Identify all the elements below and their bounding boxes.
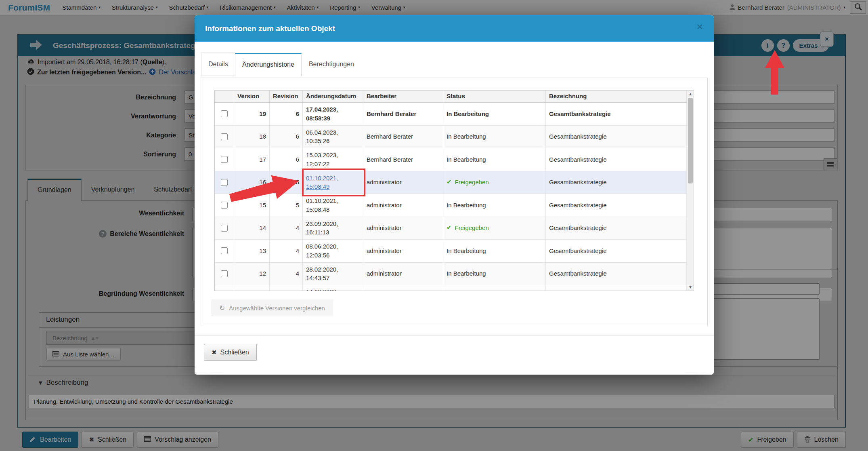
cell-status: In Bearbeitung [443,240,546,263]
cell-revision: 5 [270,194,303,217]
cell-version: 18 [234,126,270,149]
cell-status: In Bearbeitung [443,194,546,217]
table-row: 19 6 17.04.2023, 08:58:39 Bernhard Berat… [215,103,687,126]
modal-header: Informationen zum aktuellen Objekt × [195,15,714,42]
cell-editor: administrator [363,171,443,194]
cell-date: 28.02.2020, 14:43:57 [303,263,363,286]
table-row: 15 5 01.10.2021, 15:08:48 administrator … [215,194,687,217]
column-header[interactable]: Änderungsdatum [303,91,363,103]
cell-name: Gesamtbankstrategie [546,263,687,286]
cell-editor: administrator [363,194,443,217]
cell-date: 08.06.2020, 12:03:56 [303,240,363,263]
cell-date: 15.03.2023, 12:07:22 [303,148,363,171]
cell-date: 23.09.2020, 16:11:13 [303,217,363,240]
row-checkbox[interactable] [221,247,228,254]
table-row: 12 4 28.02.2020, 14:43:57 administrator … [215,263,687,286]
table-row-partial: 14.02.2020, [215,285,687,291]
application-screen: ForumISM Stammdaten ▾ Strukturanalyse ▾ … [0,0,868,451]
scroll-down-icon[interactable]: ▼ [687,285,694,289]
cell-editor: administrator [363,240,443,263]
cell-date: 17.04.2023, 08:58:39 [303,103,363,126]
cell-status: ✔Freigegeben [443,217,546,240]
cell-status: In Bearbeitung [443,148,546,171]
status-text: In Bearbeitung [447,201,486,210]
cell-editor: Bernhard Berater [363,103,443,126]
revision-date-link[interactable]: 01.10.2021, 15:08:49 [306,174,360,192]
status-approved: ✔Freigegeben [447,178,489,187]
cell-name: Gesamtbankstrategie [546,171,687,194]
cell-version: 14 [234,217,270,240]
status-text: In Bearbeitung [447,132,486,141]
cell-name: Gesamtbankstrategie [546,103,687,126]
status-text: In Bearbeitung [447,110,489,118]
modal-footer: ✖ Schließen [195,335,714,375]
table-scrollbar[interactable]: ▲ ▼ [687,91,694,291]
row-checkbox[interactable] [221,133,228,140]
cell-version: 13 [234,240,270,263]
cell-version: 17 [234,148,270,171]
modal-tab-berechtigungen[interactable]: Berechtigungen [302,53,361,76]
cell-revision: 4 [270,240,303,263]
status-text: In Bearbeitung [447,247,486,255]
compare-versions-button[interactable]: ↻ Ausgewählte Versionen vergleichen [211,299,333,316]
cell-name: Gesamtbankstrategie [546,194,687,217]
object-info-modal: Informationen zum aktuellen Objekt × Det… [195,15,714,375]
cell-status: In Bearbeitung [443,103,546,126]
cell-version: 19 [234,103,270,126]
cell-revision: 6 [270,103,303,126]
cell-name: Gesamtbankstrategie [546,126,687,149]
status-text: In Bearbeitung [447,269,486,278]
column-header[interactable]: Bezeichnung [546,91,687,103]
modal-tab-änderungshistorie[interactable]: Änderungshistorie [235,53,302,76]
cell-editor: Bernhard Berater [363,148,443,171]
cell-version: 15 [234,194,270,217]
cell-editor: administrator [363,217,443,240]
cell-editor: Bernhard Berater [363,126,443,149]
check-icon: ✔ [447,178,452,187]
row-checkbox[interactable] [221,270,228,277]
cell-revision: 4 [270,217,303,240]
close-x-icon: ✖ [212,349,217,356]
column-header[interactable]: Bearbeiter [363,91,443,103]
column-header[interactable]: Version [234,91,270,103]
table-row: 17 6 15.03.2023, 12:07:22 Bernhard Berat… [215,148,687,171]
status-text: In Bearbeitung [447,155,486,164]
table-row: 13 4 08.06.2020, 12:03:56 administrator … [215,240,687,263]
cell-version: 16 [234,171,270,194]
column-header[interactable] [215,91,234,103]
check-icon: ✔ [447,223,452,232]
cell-date: 01.10.2021, 15:08:48 [303,194,363,217]
modal-close-button[interactable]: ✖ Schließen [204,344,257,361]
cell-revision: 4 [270,263,303,286]
row-checkbox[interactable] [221,225,228,232]
table-row: 18 6 06.04.2023, 10:35:26 Bernhard Berat… [215,126,687,149]
row-checkbox[interactable] [221,179,228,186]
modal-close-icon[interactable]: × [696,23,703,31]
cell-name: Gesamtbankstrategie [546,217,687,240]
history-table-body: 19 6 17.04.2023, 08:58:39 Bernhard Berat… [215,103,687,291]
cell-revision: 5 [270,171,303,194]
table-row: 16 5 01.10.2021, 15:08:49 administrator … [215,171,687,194]
history-table: VersionRevisionÄnderungsdatumBearbeiterS… [214,90,694,291]
row-checkbox[interactable] [221,110,228,117]
cell-name: Gesamtbankstrategie [546,148,687,171]
cell-revision: 6 [270,148,303,171]
status-approved: ✔Freigegeben [447,223,489,232]
column-header[interactable]: Revision [270,91,303,103]
history-table-header: VersionRevisionÄnderungsdatumBearbeiterS… [215,91,687,103]
cell-status: ✔Freigegeben [443,171,546,194]
row-checkbox[interactable] [221,156,228,163]
modal-tab-details[interactable]: Details [201,53,235,76]
refresh-icon: ↻ [219,304,225,312]
table-row: 14 4 23.09.2020, 16:11:13 administrator … [215,217,687,240]
modal-tab-content: VersionRevisionÄnderungsdatumBearbeiterS… [201,78,708,326]
scrollbar-thumb[interactable] [688,98,693,183]
modal-tabs: DetailsÄnderungshistorieBerechtigungen [201,53,361,76]
column-header[interactable]: Status [443,91,546,103]
cell-name: Gesamtbankstrategie [546,240,687,263]
cell-date: 01.10.2021, 15:08:49 [303,171,363,194]
scroll-up-icon[interactable]: ▲ [687,92,694,96]
cell-status: In Bearbeitung [443,263,546,286]
row-checkbox[interactable] [221,202,228,209]
cell-version: 12 [234,263,270,286]
